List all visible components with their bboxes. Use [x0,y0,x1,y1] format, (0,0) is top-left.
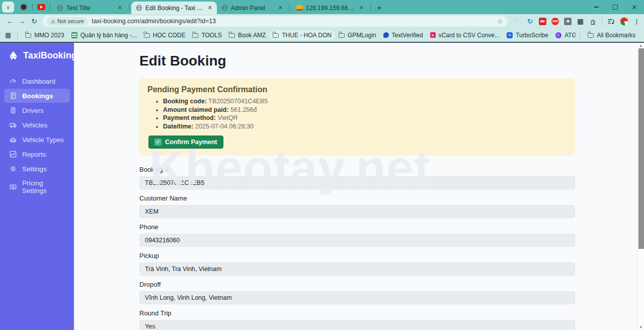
bookmark-item[interactable]: Quản lý bán hàng -... [68,30,140,40]
form-field-group: Round Trip [139,309,575,330]
bookmark-item[interactable]: THUE - HOA DON [269,30,335,40]
inactive-extension-icon[interactable]: ⁘ [514,18,521,25]
brand-name: TaxiBooking [23,50,77,61]
bookmark-item[interactable]: MMO 2023 [22,30,67,40]
sidebar-item-pricing-settings[interactable]: Pricing Settings [4,176,70,197]
adblock-extension-icon[interactable]: ABP [551,18,559,25]
field-input[interactable] [139,234,575,247]
bookings-journal-icon [9,92,17,100]
close-tab-icon[interactable]: ✕ [277,5,284,11]
warning-icon: ⚠ [51,19,55,24]
globe-favicon [57,5,63,11]
sidebar-item-bookings[interactable]: Bookings [4,89,70,103]
form-field-group: Booking # [139,166,575,189]
bookmark-item[interactable]: ∞ TurboScribe [503,30,552,40]
camera-extension-icon[interactable] [564,18,572,25]
sidebar-item-vehicle-types[interactable]: Vehicle Types [4,133,70,147]
tab-separator [370,4,371,11]
close-tab-icon[interactable]: ✕ [207,5,213,11]
field-label: Round Trip [139,309,575,317]
field-input[interactable] [139,262,575,276]
maximize-button[interactable] [606,0,625,14]
tab-test-title[interactable]: Test Title ✕ [52,2,127,14]
profile-avatar[interactable] [620,17,628,26]
bookmark-icon: v [430,32,436,38]
tab-edit-booking-active[interactable]: Edit Booking - Taxi Booking Sys ✕ [131,2,217,14]
page-title: Edit Booking [139,53,575,69]
bookmark-star-icon[interactable]: ☆ [497,18,503,25]
minimize-button[interactable] [587,0,606,14]
address-bar[interactable]: ⚠Not secure taxi-booking.com/admin/booki… [42,16,508,27]
sidebar-item-reports[interactable]: Reports [4,147,70,161]
scroll-down-icon[interactable]: ▼ [637,324,644,330]
sidebar-item-settings[interactable]: Settings [4,162,70,176]
alert-detail-value: TB202507041C4EB5 [208,98,268,105]
field-input[interactable] [139,291,575,304]
close-tab-icon[interactable]: ✕ [117,5,123,11]
back-icon[interactable]: ← [4,17,16,25]
tab-phpmyadmin[interactable]: 128.199.159.66:51381 / localho ✕ [292,2,368,14]
extensions-row: ⁘ ↻ ▶▶ ABP ▦ ⋮ [514,17,640,26]
bookmark-item[interactable]: TOOLS [189,30,225,40]
field-label: Booking # [139,166,575,173]
alert-detail-label: Date/time [163,123,193,130]
bookmark-icon: C [555,32,561,38]
alert-detail-value: 561.256đ [230,106,257,113]
scroll-up-icon[interactable]: ▲ [637,43,644,48]
menu-dots-icon[interactable]: ⋮ [633,18,640,25]
alert-detail-label: Payment method [163,114,216,121]
apps-grid-icon[interactable]: ▦ [5,31,11,39]
taxi-icon [8,51,19,61]
bookmark-item[interactable]: TextVerified [380,30,427,40]
blue-arrow-extension-icon[interactable]: ↻ [526,18,534,25]
bookmark-item[interactable]: GPMLogin [335,30,380,40]
pinned-tab-youtube[interactable] [35,1,48,14]
bookmark-item[interactable]: C ATG - Logo [552,30,576,40]
pinned-tab-dark-site[interactable] [17,1,30,14]
bookmark-item[interactable]: Book AMZ [225,30,269,40]
check-icon: ✓ [154,139,162,146]
qr-extension-icon[interactable]: ▦ [577,18,584,25]
alert-detail-value: VietQR [217,114,237,121]
all-bookmarks-button[interactable]: All Bookmarks [584,30,639,40]
field-label: Pickup [139,252,575,259]
bookmark-icon [71,32,77,38]
new-tab-button[interactable]: + [373,1,386,14]
tab-separator [50,4,50,11]
close-window-button[interactable]: ✕ [625,0,644,14]
field-input[interactable] [139,176,575,189]
field-input[interactable] [139,205,575,218]
browser-toolbar: ← → ↻ ⚠Not secure taxi-booking.com/admin… [0,14,644,28]
globe-favicon [136,5,142,11]
alert-detail-item: Payment method VietQR [163,114,567,122]
gear-icon [9,165,17,173]
close-tab-icon[interactable]: ✕ [358,5,365,11]
media-controls-icon[interactable] [607,18,615,25]
field-label: Phone [139,223,575,231]
bookmark-item[interactable]: v vCard to CSV Conve... [427,30,503,40]
scrollbar-thumb[interactable] [638,48,644,249]
bookmark-icon [229,33,235,38]
extensions-puzzle-icon[interactable] [589,18,597,25]
sidebar-item-vehicles[interactable]: Vehicles [4,118,70,132]
bookmarks-list: MMO 2023 Quản lý bán hàng -... HỌC CODE … [22,30,576,40]
reload-icon[interactable]: ↻ [28,17,40,25]
page-scrollbar[interactable]: ▲ ▼ [637,43,644,330]
sidebar-item-drivers[interactable]: Drivers [4,103,70,117]
bookmarks-separator [580,32,580,39]
forward-icon[interactable]: → [16,17,28,25]
field-input[interactable] [139,320,575,330]
video-speed-extension-icon[interactable]: ▶▶ [539,18,546,25]
confirm-payment-button[interactable]: ✓ Confirm Payment [148,136,223,149]
tab-admin-panel[interactable]: Admin Panel ✕ [217,2,287,14]
url-text[interactable]: taxi-booking.com/admin/bookings/edit?id=… [92,18,494,25]
window-controls: ✕ [587,0,644,14]
sidebar-item-dashboard[interactable]: Dashboard [4,74,70,88]
form-field-group: Dropoff [139,281,575,304]
sidebar-nav: Dashboard Bookings Drivers Vehicles Vehi… [0,66,74,197]
tab-search-chevron-icon[interactable]: ∨ [2,2,14,13]
app-brand[interactable]: TaxiBooking [0,43,74,66]
not-secure-badge[interactable]: ⚠Not secure [47,17,88,26]
bookmark-item[interactable]: HỌC CODE [140,30,189,40]
bookmark-icon [144,33,150,38]
